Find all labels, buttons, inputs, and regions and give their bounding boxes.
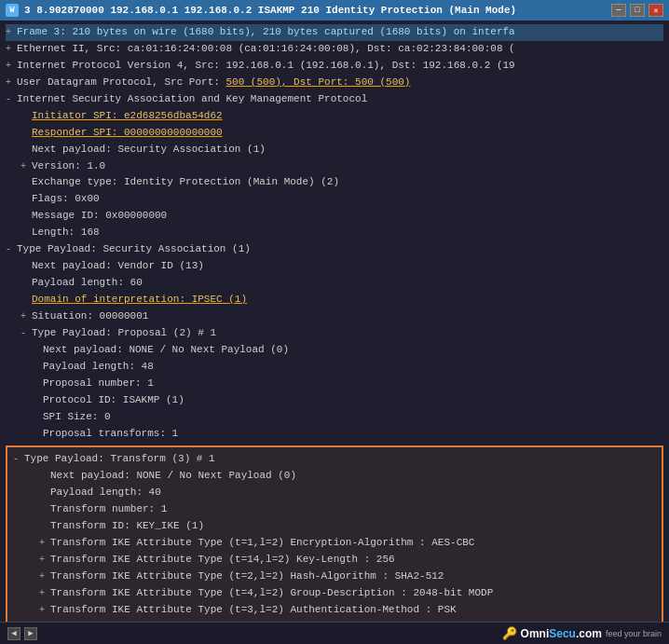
window-controls[interactable]: ─ □ ✕: [611, 4, 663, 17]
title-bar: W 3 8.902870000 192.168.0.1 192.168.0.2 …: [0, 0, 669, 21]
expand-icon[interactable]: -: [13, 453, 22, 467]
auth-method-line[interactable]: +Transform IKE Attribute Type (t=3,l=2) …: [13, 602, 656, 619]
flags-line[interactable]: Flags: 0x00: [6, 191, 663, 208]
expand-icon[interactable]: +: [6, 43, 15, 57]
transform-payload-box: -Type Payload: Transform (3) # 1 Next pa…: [6, 445, 663, 622]
minimize-button[interactable]: ─: [611, 4, 626, 17]
transform-next-text: Next payload: NONE / No Next Payload (0): [50, 470, 296, 481]
message-id-line[interactable]: Message ID: 0x00000000: [6, 208, 663, 225]
expand-icon[interactable]: +: [39, 621, 48, 622]
spacer: [39, 470, 48, 484]
bottom-bar: ◀ ▶ 🔑 OmniSecu.com feed your brain: [0, 622, 669, 644]
auth-method-text: Transform IKE Attribute Type (t=3,l=2) A…: [50, 604, 457, 615]
sa-next-line[interactable]: Next payload: Vendor ID (13): [6, 258, 663, 275]
sa-payload-text: Type Payload: Security Association (1): [17, 243, 251, 254]
message-id-text: Message ID: 0x00000000: [32, 210, 167, 221]
expand-icon[interactable]: +: [39, 604, 48, 618]
spacer: [39, 520, 48, 534]
prop-transforms-line[interactable]: Proposal transforms: 1: [6, 426, 663, 443]
hash-alg-text: Transform IKE Attribute Type (t=2,l=2) H…: [50, 570, 444, 582]
length-text: Length: 168: [32, 226, 100, 238]
close-button[interactable]: ✕: [649, 4, 663, 17]
exchange-type-line[interactable]: Exchange type: Identity Protection (Main…: [6, 174, 663, 191]
expand-icon[interactable]: +: [39, 554, 48, 568]
prop-len-text: Payload length: 48: [43, 361, 154, 372]
maximize-button[interactable]: □: [630, 4, 645, 17]
transform-num-text: Transform number: 1: [50, 503, 167, 514]
length-line[interactable]: Length: 168: [6, 225, 663, 241]
proto-id-line[interactable]: Protocol ID: ISAKMP (1): [6, 392, 663, 409]
transform-paylen-line[interactable]: Payload length: 40: [13, 485, 656, 501]
udp-ports: 500 (500), Dst Port: 500 (500): [225, 76, 410, 88]
expand-icon[interactable]: +: [39, 587, 48, 601]
udp-line[interactable]: +User Datagram Protocol, Src Port: 500 (…: [6, 75, 663, 91]
spacer: [20, 176, 30, 190]
spi-size-line[interactable]: SPI Size: 0: [6, 409, 663, 426]
expand-icon[interactable]: +: [20, 310, 30, 324]
group-desc-line[interactable]: +Transform IKE Attribute Type (t=4,l=2) …: [13, 585, 656, 602]
sa-doi-line[interactable]: Domain of interpretation: IPSEC (1): [6, 292, 663, 308]
ethernet-line[interactable]: +Ethernet II, Src: ca:01:16:24:00:08 (ca…: [6, 41, 663, 58]
expand-icon[interactable]: +: [39, 537, 48, 551]
spacer: [32, 344, 41, 358]
transform-next-line[interactable]: Next payload: NONE / No Next Payload (0): [13, 468, 656, 485]
sa-paylen-text: Payload length: 60: [32, 277, 143, 288]
ethernet-text: Ethernet II, Src: ca:01:16:24:00:08 (ca:…: [17, 43, 515, 54]
next-payload-line[interactable]: Next payload: Security Association (1): [6, 142, 663, 158]
expand-icon[interactable]: +: [6, 76, 15, 90]
brand-tagline: feed your brain: [606, 629, 662, 638]
transform-header-line[interactable]: -Type Payload: Transform (3) # 1: [13, 451, 656, 468]
expand-icon[interactable]: -: [6, 93, 15, 107]
transform-id-line[interactable]: Transform ID: KEY_IKE (1): [13, 518, 656, 535]
spacer: [20, 210, 30, 224]
expand-icon[interactable]: -: [20, 327, 30, 341]
packet-detail-pane: +Frame 3: 210 bytes on wire (1680 bits),…: [0, 21, 669, 622]
prop-len-line[interactable]: Payload length: 48: [6, 359, 663, 376]
scroll-left-button[interactable]: ◀: [7, 627, 20, 640]
spacer: [32, 428, 41, 442]
initiator-spi-text: Initiator SPI: e2d68256dba54d62: [32, 110, 223, 121]
spacer: [20, 127, 30, 141]
sa-doi-text: Domain of interpretation: IPSEC (1): [32, 294, 247, 305]
next-payload-text: Next payload: Security Association (1): [32, 144, 266, 155]
expand-icon[interactable]: +: [20, 160, 30, 174]
udp-text-prefix: User Datagram Protocol, Src Port:: [17, 76, 225, 88]
ip-text: Internet Protocol Version 4, Src: 192.16…: [17, 60, 515, 71]
spacer: [39, 503, 48, 517]
ip-line[interactable]: +Internet Protocol Version 4, Src: 192.1…: [6, 58, 663, 75]
hash-alg-line[interactable]: +Transform IKE Attribute Type (t=2,l=2) …: [13, 569, 656, 585]
scroll-right-button[interactable]: ▶: [24, 627, 37, 640]
situation-line[interactable]: +Situation: 00000001: [6, 308, 663, 325]
frame-line[interactable]: +Frame 3: 210 bytes on wire (1680 bits),…: [6, 24, 663, 41]
key-len-text: Transform IKE Attribute Type (t=14,l=2) …: [50, 554, 395, 565]
version-line[interactable]: +Version: 1.0: [6, 158, 663, 175]
expand-icon[interactable]: -: [6, 243, 15, 257]
proposal-line[interactable]: -Type Payload: Proposal (2) # 1: [6, 325, 663, 342]
initiator-spi-line[interactable]: Initiator SPI: e2d68256dba54d62: [6, 108, 663, 125]
transform-id-text: Transform ID: KEY_IKE (1): [50, 520, 204, 531]
prop-num-line[interactable]: Proposal number: 1: [6, 376, 663, 392]
spacer: [20, 110, 30, 124]
brand-secu: Secu: [549, 627, 576, 640]
scroll-controls[interactable]: ◀ ▶: [7, 627, 37, 640]
brand-name: OmniSecu.com: [521, 627, 602, 640]
group-desc-text: Transform IKE Attribute Type (t=4,l=2) G…: [50, 587, 493, 598]
expand-icon[interactable]: +: [6, 26, 15, 40]
transform-num-line[interactable]: Transform number: 1: [13, 501, 656, 518]
prop-next-line[interactable]: Next payload: NONE / No Next Payload (0): [6, 342, 663, 359]
title-bar-left: W 3 8.902870000 192.168.0.1 192.168.0.2 …: [6, 4, 516, 17]
responder-spi-line[interactable]: Responder SPI: 0000000000000000: [6, 125, 663, 142]
isakmp-line[interactable]: -Internet Security Association and Key M…: [6, 91, 663, 108]
spacer: [20, 193, 30, 207]
frame-text: Frame 3: 210 bytes on wire (1680 bits), …: [17, 26, 515, 37]
sa-paylen-line[interactable]: Payload length: 60: [6, 275, 663, 292]
sa-payload-line[interactable]: -Type Payload: Security Association (1): [6, 241, 663, 258]
brand-com: .com: [576, 627, 602, 640]
expand-icon[interactable]: +: [6, 60, 15, 74]
enc-alg-line[interactable]: +Transform IKE Attribute Type (t=1,l=2) …: [13, 535, 656, 552]
key-len-line[interactable]: +Transform IKE Attribute Type (t=14,l=2)…: [13, 552, 656, 569]
expand-icon[interactable]: +: [39, 570, 48, 584]
spi-size-text: SPI Size: 0: [43, 411, 111, 422]
spacer: [32, 377, 41, 391]
isakmp-text: Internet Security Association and Key Ma…: [17, 93, 367, 104]
